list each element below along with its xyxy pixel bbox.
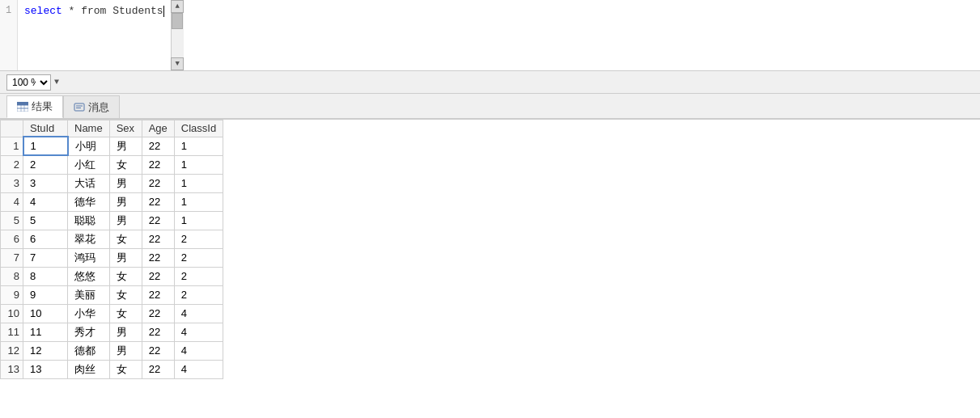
cell-stuid[interactable]: 12 bbox=[23, 341, 68, 360]
table-row: 1111秀才男224 bbox=[1, 323, 223, 341]
table-row: 1313肉丝女224 bbox=[1, 360, 223, 378]
scroll-thumb[interactable] bbox=[172, 13, 183, 29]
cell-stuid[interactable]: 13 bbox=[23, 360, 68, 378]
scroll-up-btn[interactable]: ▲ bbox=[171, 0, 184, 13]
cell-age[interactable]: 22 bbox=[142, 137, 174, 155]
cell-age[interactable]: 22 bbox=[142, 323, 174, 341]
line-gutter: 1 bbox=[0, 0, 18, 70]
cell-sex[interactable]: 男 bbox=[109, 174, 142, 192]
cell-name[interactable]: 德华 bbox=[68, 192, 110, 211]
cell-classid[interactable]: 1 bbox=[174, 137, 223, 155]
cell-name[interactable]: 悠悠 bbox=[68, 267, 110, 285]
cell-classid[interactable]: 4 bbox=[174, 323, 223, 341]
cell-age[interactable]: 22 bbox=[142, 230, 174, 248]
cell-sex[interactable]: 女 bbox=[109, 360, 142, 378]
cell-classid[interactable]: 2 bbox=[174, 267, 223, 285]
cell-classid[interactable]: 4 bbox=[174, 341, 223, 360]
header-age: Age bbox=[142, 120, 174, 137]
cell-sex[interactable]: 女 bbox=[109, 155, 142, 174]
cell-stuid[interactable]: 2 bbox=[23, 155, 68, 174]
cell-sex[interactable]: 女 bbox=[109, 285, 142, 304]
cell-classid[interactable]: 2 bbox=[174, 230, 223, 248]
sql-editor: 1 select * from Students ▲ ▼ bbox=[0, 0, 980, 71]
cell-age[interactable]: 22 bbox=[142, 248, 174, 267]
cell-sex[interactable]: 男 bbox=[109, 341, 142, 360]
cell-rownum: 4 bbox=[1, 192, 23, 211]
cell-age[interactable]: 22 bbox=[142, 360, 174, 378]
cell-name[interactable]: 大话 bbox=[68, 174, 110, 192]
zoom-select[interactable]: 100 % bbox=[6, 74, 51, 91]
tab-results-label: 结果 bbox=[32, 99, 53, 114]
cell-classid[interactable]: 1 bbox=[174, 192, 223, 211]
table-row: 1212德都男224 bbox=[1, 341, 223, 360]
cell-stuid[interactable]: 4 bbox=[23, 192, 68, 211]
cell-name[interactable]: 秀才 bbox=[68, 323, 110, 341]
cell-classid[interactable]: 2 bbox=[174, 285, 223, 304]
cell-sex[interactable]: 男 bbox=[109, 248, 142, 267]
cell-stuid[interactable]: 1 bbox=[23, 137, 68, 155]
tab-results[interactable]: 结果 bbox=[6, 95, 63, 118]
tab-messages[interactable]: 消息 bbox=[63, 95, 120, 118]
scroll-track bbox=[172, 13, 184, 57]
scroll-down-btn[interactable]: ▼ bbox=[171, 57, 184, 70]
cell-name[interactable]: 美丽 bbox=[68, 285, 110, 304]
cell-stuid[interactable]: 3 bbox=[23, 174, 68, 192]
cell-stuid[interactable]: 8 bbox=[23, 267, 68, 285]
cell-classid[interactable]: 1 bbox=[174, 155, 223, 174]
cell-age[interactable]: 22 bbox=[142, 155, 174, 174]
cell-age[interactable]: 22 bbox=[142, 211, 174, 230]
header-classid: ClassId bbox=[174, 120, 223, 137]
cell-rownum: 11 bbox=[1, 323, 23, 341]
cell-name[interactable]: 小红 bbox=[68, 155, 110, 174]
cell-rownum: 2 bbox=[1, 155, 23, 174]
cell-rownum: 13 bbox=[1, 360, 23, 378]
cell-name[interactable]: 翠花 bbox=[68, 230, 110, 248]
cell-sex[interactable]: 女 bbox=[109, 230, 142, 248]
cell-age[interactable]: 22 bbox=[142, 285, 174, 304]
cell-name[interactable]: 小明 bbox=[68, 137, 110, 155]
cell-classid[interactable]: 4 bbox=[174, 360, 223, 378]
cell-classid[interactable]: 4 bbox=[174, 304, 223, 323]
cell-rownum: 6 bbox=[1, 230, 23, 248]
cell-sex[interactable]: 男 bbox=[109, 211, 142, 230]
cell-name[interactable]: 德都 bbox=[68, 341, 110, 360]
table-row: 66翠花女222 bbox=[1, 230, 223, 248]
sql-content: select * from Students bbox=[18, 0, 171, 70]
results-area[interactable]: StuId Name Sex Age ClassId 11小明男22122小红女… bbox=[0, 120, 980, 418]
cell-sex[interactable]: 男 bbox=[109, 137, 142, 155]
header-name: Name bbox=[68, 120, 110, 137]
toolbar: 100 % ▼ bbox=[0, 71, 980, 94]
results-table: StuId Name Sex Age ClassId 11小明男22122小红女… bbox=[0, 120, 223, 379]
cell-name[interactable]: 聪聪 bbox=[68, 211, 110, 230]
svg-rect-0 bbox=[17, 102, 28, 105]
table-row: 11小明男221 bbox=[1, 137, 223, 155]
cell-age[interactable]: 22 bbox=[142, 341, 174, 360]
cell-name[interactable]: 鸿玛 bbox=[68, 248, 110, 267]
cell-sex[interactable]: 女 bbox=[109, 267, 142, 285]
cell-stuid[interactable]: 7 bbox=[23, 248, 68, 267]
cell-stuid[interactable]: 11 bbox=[23, 323, 68, 341]
cell-rownum: 12 bbox=[1, 341, 23, 360]
cell-sex[interactable]: 男 bbox=[109, 192, 142, 211]
message-icon bbox=[74, 103, 85, 112]
header-sex: Sex bbox=[109, 120, 142, 137]
cell-age[interactable]: 22 bbox=[142, 267, 174, 285]
cell-classid[interactable]: 1 bbox=[174, 211, 223, 230]
cell-stuid[interactable]: 6 bbox=[23, 230, 68, 248]
cell-rownum: 7 bbox=[1, 248, 23, 267]
cell-name[interactable]: 小华 bbox=[68, 304, 110, 323]
cell-stuid[interactable]: 9 bbox=[23, 285, 68, 304]
cell-sex[interactable]: 女 bbox=[109, 304, 142, 323]
cell-stuid[interactable]: 10 bbox=[23, 304, 68, 323]
table-row: 33大话男221 bbox=[1, 174, 223, 192]
vertical-scrollbar[interactable]: ▲ ▼ bbox=[171, 0, 184, 70]
cell-classid[interactable]: 1 bbox=[174, 174, 223, 192]
cell-classid[interactable]: 2 bbox=[174, 248, 223, 267]
cell-stuid[interactable]: 5 bbox=[23, 211, 68, 230]
cell-sex[interactable]: 男 bbox=[109, 323, 142, 341]
cell-age[interactable]: 22 bbox=[142, 192, 174, 211]
cell-age[interactable]: 22 bbox=[142, 304, 174, 323]
cell-age[interactable]: 22 bbox=[142, 174, 174, 192]
cell-name[interactable]: 肉丝 bbox=[68, 360, 110, 378]
table-header-row: StuId Name Sex Age ClassId bbox=[1, 120, 223, 137]
